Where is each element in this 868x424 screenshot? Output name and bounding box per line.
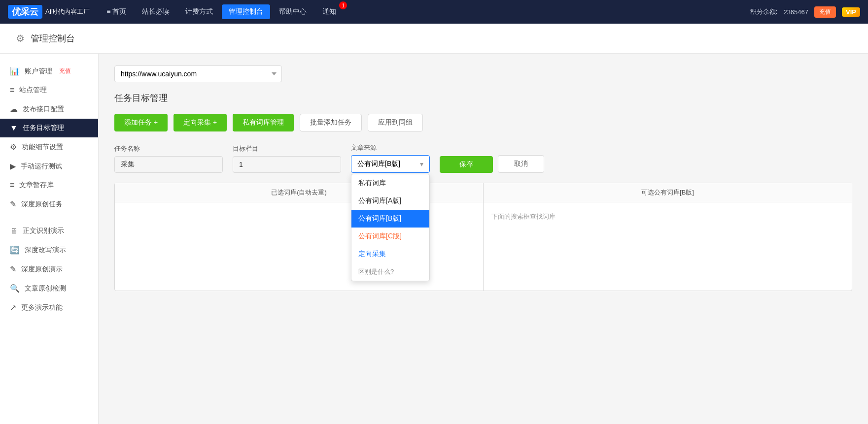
wordlist-right-body: 下面的搜索框查找词库 (484, 202, 852, 281)
target-col-label: 目标栏目 (233, 144, 341, 153)
source-label: 文章来源 (351, 143, 430, 152)
nav-help[interactable]: 帮助中心 (272, 4, 313, 19)
site-select[interactable]: https://www.ucaiyun.com (114, 65, 282, 82)
nav-pricing[interactable]: 计费方式 (178, 4, 220, 19)
task-name-input[interactable] (114, 156, 223, 173)
sidebar-item-deeporig[interactable]: ✎ 深度原创任务 (0, 195, 98, 214)
logo-subtitle: AI时代内容工厂 (45, 7, 90, 16)
pencil-icon: ✎ (10, 264, 16, 274)
dropdown-item-c[interactable]: 公有词库[C版] (351, 228, 429, 245)
add-task-button[interactable]: 添加任务 + (114, 114, 168, 131)
sidebar-label-task: 任务目标管理 (23, 124, 64, 132)
sidebar-item-rewrite[interactable]: 🔄 深度改写演示 (0, 240, 98, 260)
page-wrapper: ⚙ 管理控制台 📊 账户管理 充值 ≡ 站点管理 ☁ 发布接口配置 ▼ 任务目标… (0, 24, 868, 424)
source-selected-label: 公有词库[B版] (357, 160, 400, 168)
sidebar: 📊 账户管理 充值 ≡ 站点管理 ☁ 发布接口配置 ▼ 任务目标管理 ⚙ 功能细… (0, 54, 99, 424)
source-dropdown-wrap: 公有词库[B版] ▾ 私有词库 公有词库[A版] 公有词库[B版] 公有词库[C… (351, 155, 430, 173)
task-name-group: 任务名称 (114, 144, 223, 173)
sidebar-item-more[interactable]: ↗ 更多演示功能 (0, 298, 98, 317)
sidebar-label-manual: 手动运行测试 (21, 162, 62, 171)
source-dropdown-arrow: ▾ (420, 160, 423, 168)
section-title: 任务目标管理 (114, 92, 852, 104)
sidebar-label-origdemo: 深度原创演示 (21, 265, 63, 274)
logo-area: 优采云 AI时代内容工厂 (8, 5, 90, 19)
page-header-icon: ⚙ (16, 33, 25, 44)
wordlist-panel: 已选词库(自动去重) 可选公有词库[B版] 下面的搜索框查找词库 (114, 183, 852, 291)
batch-add-button[interactable]: 批量添加任务 (300, 114, 362, 131)
sidebar-divider (0, 214, 98, 222)
sidebar-label-more: 更多演示功能 (21, 303, 63, 312)
main-layout: 📊 账户管理 充值 ≡ 站点管理 ☁ 发布接口配置 ▼ 任务目标管理 ⚙ 功能细… (0, 54, 868, 424)
draft-icon: ≡ (10, 181, 14, 190)
source-dropdown-menu: 私有词库 公有词库[A版] 公有词库[B版] 公有词库[C版] 定向采集 区别是… (351, 174, 430, 281)
private-lib-button[interactable]: 私有词库管理 (233, 114, 294, 131)
dropdown-item-private[interactable]: 私有词库 (351, 174, 429, 192)
sidebar-item-site[interactable]: ≡ 站点管理 (0, 81, 98, 99)
nav-notification[interactable]: 通知 1 (315, 4, 343, 19)
sidebar-item-publish[interactable]: ☁ 发布接口配置 (0, 99, 98, 119)
refresh-icon: 🔄 (10, 245, 20, 255)
sidebar-label-rewrite: 深度改写演示 (25, 246, 66, 255)
sidebar-item-manual[interactable]: ▶ 手动运行测试 (0, 157, 98, 176)
toolbar: 添加任务 + 定向采集 + 私有词库管理 批量添加任务 应用到同组 (114, 114, 852, 131)
arrow-icon: ↗ (10, 303, 16, 312)
page-header: ⚙ 管理控制台 (0, 24, 868, 54)
list-icon: ≡ (10, 86, 14, 95)
sidebar-recharge-link[interactable]: 充值 (59, 67, 71, 75)
sidebar-item-task[interactable]: ▼ 任务目标管理 (0, 119, 98, 137)
gear-icon: ⚙ (10, 142, 17, 152)
top-nav: 优采云 AI时代内容工厂 ≡ 首页 站长必读 计费方式 管理控制台 帮助中心 通… (0, 0, 868, 24)
main-content: https://www.ucaiyun.com 任务目标管理 添加任务 + 定向… (99, 54, 868, 424)
filter-icon: ▼ (10, 124, 18, 132)
form-row: 任务名称 目标栏目 文章来源 公有词库[B版] ▾ (114, 143, 852, 173)
vip-badge: VIP (842, 7, 860, 17)
sidebar-item-origdemo[interactable]: ✎ 深度原创演示 (0, 260, 98, 279)
target-col-group: 目标栏目 (233, 144, 341, 173)
save-button[interactable]: 保存 (440, 156, 493, 173)
dropdown-item-diff[interactable]: 区别是什么? (351, 263, 429, 281)
sidebar-label-publish: 发布接口配置 (23, 105, 64, 114)
source-group: 文章来源 公有词库[B版] ▾ 私有词库 公有词库[A版] 公有词库[B版] 公… (351, 143, 430, 173)
search-icon: 🔍 (10, 284, 20, 293)
sidebar-label-account: 账户管理 (25, 67, 52, 76)
cancel-button[interactable]: 取消 (498, 155, 544, 173)
nav-home[interactable]: ≡ 首页 (100, 4, 133, 19)
wordlist-right: 可选公有词库[B版] 下面的搜索框查找词库 (484, 183, 852, 291)
logo-box: 优采云 (8, 5, 42, 19)
sidebar-item-ocr[interactable]: 🖥 正文识别演示 (0, 222, 98, 240)
nav-items: ≡ 首页 站长必读 计费方式 管理控制台 帮助中心 通知 1 (100, 4, 750, 19)
nav-right: 积分余额: 2365467 充值 VIP (750, 6, 860, 18)
dropdown-item-b[interactable]: 公有词库[B版] (351, 210, 429, 228)
sidebar-label-site: 站点管理 (19, 86, 47, 95)
task-name-label: 任务名称 (114, 144, 223, 153)
notification-badge: 1 (339, 1, 347, 9)
sidebar-label-settings: 功能细节设置 (22, 143, 63, 152)
cloud-icon: ☁ (10, 104, 18, 114)
sidebar-item-check[interactable]: 🔍 文章原创检测 (0, 279, 98, 298)
sidebar-item-settings[interactable]: ⚙ 功能细节设置 (0, 137, 98, 157)
apply-group-button[interactable]: 应用到同组 (368, 114, 423, 131)
nav-console[interactable]: 管理控制台 (222, 4, 270, 19)
sidebar-label-ocr: 正文识别演示 (23, 227, 64, 235)
directed-collect-button[interactable]: 定向采集 + (174, 114, 227, 131)
edit-icon: ✎ (10, 199, 16, 209)
dropdown-item-directed[interactable]: 定向采集 (351, 245, 429, 263)
monitor-icon: 🖥 (10, 227, 18, 235)
wordlist-right-hint: 下面的搜索框查找词库 (491, 208, 844, 225)
sidebar-label-deeporig: 深度原创任务 (21, 200, 63, 209)
play-icon: ▶ (10, 162, 16, 171)
page-title: 管理控制台 (31, 33, 75, 44)
sidebar-label-check: 文章原创检测 (25, 284, 66, 293)
site-select-wrap: https://www.ucaiyun.com (114, 65, 852, 82)
action-buttons: 保存 取消 (440, 155, 544, 173)
wordlist-right-header: 可选公有词库[B版] (484, 183, 852, 202)
dropdown-item-a[interactable]: 公有词库[A版] (351, 192, 429, 210)
sidebar-label-draft: 文章暂存库 (19, 181, 54, 190)
sidebar-item-account[interactable]: 📊 账户管理 充值 (0, 62, 98, 81)
target-col-input[interactable] (233, 156, 341, 173)
score-value: 2365467 (783, 8, 808, 16)
source-select-trigger[interactable]: 公有词库[B版] ▾ (351, 155, 430, 173)
top-recharge-button[interactable]: 充值 (814, 6, 836, 18)
nav-must-read[interactable]: 站长必读 (135, 4, 176, 19)
sidebar-item-draft[interactable]: ≡ 文章暂存库 (0, 176, 98, 195)
